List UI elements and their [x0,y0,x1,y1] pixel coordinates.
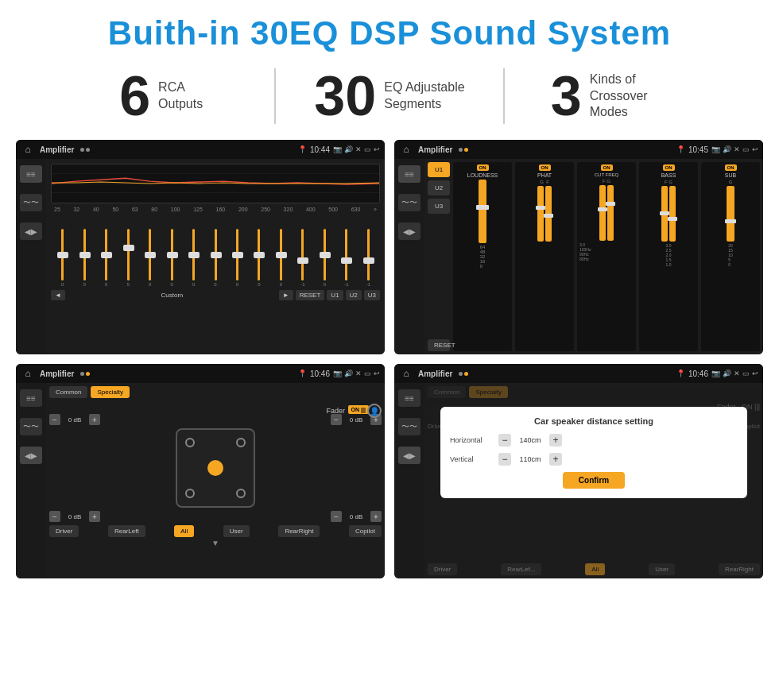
xover-u2-btn[interactable]: U2 [428,180,450,195]
xover-u3-btn[interactable]: U3 [428,199,450,214]
eq-nav: ◄ Custom ► RESET U1 U2 U3 [51,290,380,300]
close-icon: ✕ [355,145,362,153]
slider-track-1[interactable] [61,229,64,280]
fader-lp-icon3[interactable]: ◀▶ [20,447,42,464]
fader-lp-icon1[interactable]: ≡≡ [20,389,42,407]
slider-track-6[interactable] [171,229,173,280]
slider-track-15[interactable] [367,229,370,280]
slider-track-8[interactable] [215,229,217,280]
dist-bg-common: Common [428,386,466,398]
slider-track-14[interactable] [345,229,347,280]
slider-track-2[interactable] [83,229,86,280]
fader-on-switch[interactable]: ON ||| [348,405,369,414]
eq-left-panel: ≡≡ 〜〜 ◀▶ [16,159,46,354]
xover-home-icon[interactable]: ⌂ [399,142,413,157]
eq-u2-btn[interactable]: U2 [346,290,362,300]
slider-track-5[interactable] [149,229,151,280]
slider-track-7[interactable] [192,229,195,280]
fader-lp-icon2[interactable]: 〜〜 [20,418,42,435]
slider-val-4: 5 [126,282,129,287]
bass-g-slider[interactable] [669,186,676,242]
phat-f-slider[interactable] [545,186,552,242]
phat-on[interactable]: ON [539,164,551,171]
xover-dot2 [464,148,468,152]
home-icon[interactable]: ⌂ [21,142,35,157]
slider-track-4[interactable] [127,229,130,280]
eq-u1-btn[interactable]: U1 [327,290,343,300]
fader-ch-bl-minus[interactable]: − [49,511,60,522]
dist-rearleft-btn[interactable]: RearLef... [501,563,541,575]
phat-g-slider[interactable] [537,186,544,242]
crossover-screen: ⌂ Amplifier 📍 10:45 📷 🔊 ✕ ▭ ↩ ≡≡ 〜〜 ◀▶ [394,140,763,354]
fader-ch-bl-plus[interactable]: + [89,511,100,522]
fader-rearright-btn[interactable]: RearRight [278,525,320,537]
xover-reset-btn[interactable]: RESET [428,339,450,351]
eq-next-btn[interactable]: ► [279,290,293,300]
freq-32: 32 [73,207,79,212]
slider-track-9[interactable] [236,229,238,280]
eq-u3-btn[interactable]: U3 [364,290,380,300]
dot1 [80,148,84,152]
loudness-slider[interactable] [479,180,486,243]
fader-ch-left-plus[interactable]: + [89,414,100,425]
fader-home-icon[interactable]: ⌂ [21,366,35,381]
slider-val-2: 0 [83,282,86,287]
dist-lp-icon1[interactable]: ≡≡ [398,389,421,407]
dist-vertical-minus[interactable]: − [498,453,511,466]
eq-graph [51,164,380,203]
bass-f-slider[interactable] [661,186,668,242]
cutfreq-g-slider[interactable] [607,185,614,241]
dist-horizontal-plus[interactable]: + [549,434,562,447]
slider-track-13[interactable] [324,229,326,280]
bass-on[interactable]: ON [663,164,675,171]
xover-lp-icon3[interactable]: ◀▶ [398,222,421,240]
eq-lp-icon3[interactable]: ◀▶ [20,222,42,240]
dist-home-icon[interactable]: ⌂ [399,366,413,381]
fader-ch-left-minus[interactable]: − [49,414,60,425]
fader-ch-br-minus[interactable]: − [331,511,342,522]
slider-track-12[interactable] [301,229,304,280]
dist-vertical-plus[interactable]: + [549,453,562,466]
fader-driver-btn[interactable]: Driver [49,525,79,537]
dist-vertical-ctrl: − 110cm + [498,453,738,466]
xover-lp-icon2[interactable]: 〜〜 [398,194,421,211]
fader-profile-icon[interactable]: 👤 [367,404,382,418]
slider-col-2: 0 [74,229,94,287]
fader-ch-br-plus[interactable]: + [370,511,382,522]
fader-screen-title: Amplifier [40,369,74,378]
dist-rearright-btn[interactable]: RearRight [719,563,760,575]
slider-track-11[interactable] [280,229,282,280]
back-icon: ↩ [374,145,380,153]
eq-reset-btn[interactable]: RESET [296,290,325,300]
loudness-on[interactable]: ON [477,164,489,171]
bass-label: BASS [661,172,676,178]
slider-track-10[interactable] [258,229,260,280]
xover-lp-icon1[interactable]: ≡≡ [398,165,421,183]
slider-track-3[interactable] [105,229,107,280]
dist-confirm-btn[interactable]: Confirm [563,472,625,489]
fader-user-btn[interactable]: User [223,525,250,537]
dist-lp-icon2[interactable]: 〜〜 [398,418,421,435]
cutfreq-on[interactable]: ON [601,164,613,171]
fader-all-btn[interactable]: All [174,525,194,537]
xover-u1-btn[interactable]: U1 [428,162,450,177]
dist-lp-icon3[interactable]: ◀▶ [398,447,421,464]
dist-user-btn[interactable]: User [649,563,675,575]
fader-tab-common[interactable]: Common [49,386,87,398]
stat-crossover-text: Kinds ofCrossover Modes [590,72,685,121]
sub-on[interactable]: ON [725,164,737,171]
sub-g-slider[interactable] [727,186,734,242]
freq-125: 125 [193,207,203,212]
dist-all-btn[interactable]: All [585,563,605,575]
eq-lp-icon1[interactable]: ≡≡ [20,165,42,183]
dist-driver-btn[interactable]: Driver [428,563,457,575]
fader-rearleft-btn[interactable]: RearLeft [108,525,145,537]
eq-prev-btn[interactable]: ◄ [51,290,65,300]
dist-horizontal-minus[interactable]: − [498,434,511,447]
fader-tab-specialty[interactable]: Specialty [91,386,129,398]
cutfreq-f-slider[interactable] [599,185,606,241]
fader-copilot-btn[interactable]: Copilot [349,525,382,537]
fader-ch-left: − 0 dB + [49,414,100,425]
eq-lp-icon2[interactable]: 〜〜 [20,194,42,211]
fader-ch-right-minus[interactable]: − [331,414,342,425]
